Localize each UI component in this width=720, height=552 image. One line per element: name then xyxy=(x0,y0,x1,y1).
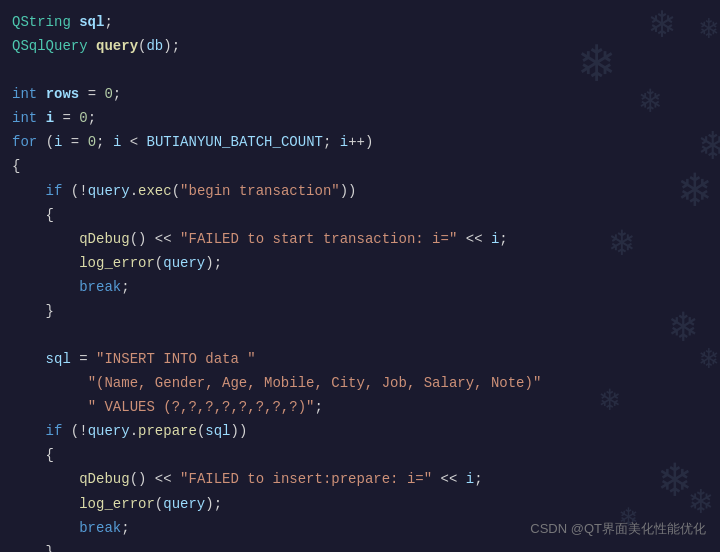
code-block: QString sql; QSqlQuery query(db); int ro… xyxy=(12,10,708,552)
code-line-5: int i = 0; xyxy=(12,106,708,130)
code-line-23: } xyxy=(12,540,708,552)
code-line-3 xyxy=(12,58,708,82)
code-line-14 xyxy=(12,323,708,347)
code-line-7: { xyxy=(12,154,708,178)
code-line-1: QString sql; xyxy=(12,10,708,34)
code-line-20: qDebug() << "FAILED to insert:prepare: i… xyxy=(12,467,708,491)
code-line-18: if (!query.prepare(sql)) xyxy=(12,419,708,443)
code-line-17: " VALUES (?,?,?,?,?,?,?,?)"; xyxy=(12,395,708,419)
code-line-13: } xyxy=(12,299,708,323)
code-line-4: int rows = 0; xyxy=(12,82,708,106)
code-line-2: QSqlQuery query(db); xyxy=(12,34,708,58)
code-line-8: if (!query.exec("begin transaction")) xyxy=(12,179,708,203)
code-line-21: log_error(query); xyxy=(12,492,708,516)
code-line-10: qDebug() << "FAILED to start transaction… xyxy=(12,227,708,251)
code-line-16: "(Name, Gender, Age, Mobile, City, Job, … xyxy=(12,371,708,395)
code-line-6: for (i = 0; i < BUTIANYUN_BATCH_COUNT; i… xyxy=(12,130,708,154)
code-line-19: { xyxy=(12,443,708,467)
code-container: ❄ ❄ ❄ ❄ ❄ ❄ ❄ ❄ ❄ ❄ ❄ ❄ ❄ QString sql; Q… xyxy=(0,0,720,552)
code-line-11: log_error(query); xyxy=(12,251,708,275)
code-line-9: { xyxy=(12,203,708,227)
code-line-12: break; xyxy=(12,275,708,299)
csdn-watermark: CSDN @QT界面美化性能优化 xyxy=(530,520,706,538)
code-line-15: sql = "INSERT INTO data " xyxy=(12,347,708,371)
